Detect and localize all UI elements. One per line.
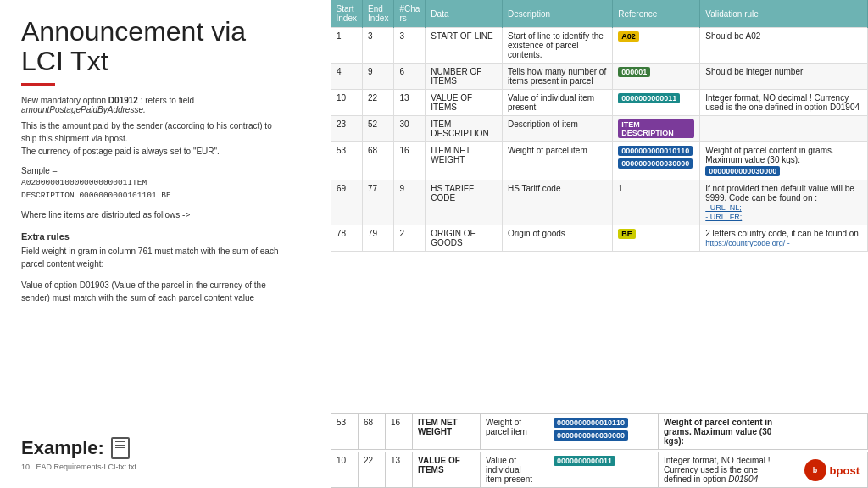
detail-start-2: 10 [331, 452, 359, 488]
table-row: 53 68 16 ITEM NET WEIGHT Weight of parce… [331, 142, 868, 180]
cell-reference: A02 [613, 28, 700, 64]
cell-chars: 9 [394, 180, 426, 225]
cell-start: 69 [331, 180, 363, 225]
ref-chip: ITEM DESCRIPTION [618, 119, 694, 138]
cell-reference: BE [613, 225, 700, 252]
cell-description: Origin of goods [503, 225, 613, 252]
example-title: Example: [21, 429, 309, 459]
cell-description: Value of individual item present [503, 90, 613, 116]
cell-data: NUMBER OF ITEMS [426, 64, 503, 90]
bpost-logo: b bpost [804, 459, 860, 481]
ref-chip: BE [618, 229, 636, 239]
cell-reference: 00000000000101100000000000030000 [613, 142, 700, 180]
ref-chip: A02 [618, 31, 639, 42]
cell-data: ITEM NET WEIGHT [426, 142, 503, 180]
table-row: 23 52 30 ITEM DESCRIPTION Description of… [331, 116, 868, 142]
detail-description-2: Value ofindividualitem present [481, 452, 548, 488]
cell-reference: 0000000000011 [613, 90, 700, 116]
cell-end: 68 [362, 142, 393, 180]
bpost-brand-text: bpost [830, 464, 860, 477]
red-divider [21, 83, 55, 86]
footer-text: 10 EAD Requirements-LCI-txt.txt [21, 463, 309, 471]
table-header-row: StartIndex EndIndex #Chars Data Descript… [331, 0, 868, 28]
col-description: Description [503, 0, 613, 28]
ref-chip: 000001 [618, 67, 650, 77]
link[interactable]: - URL_NL; [705, 203, 742, 212]
sample-code: A020000010000000000001ITEM DESCRIPTION 0… [21, 177, 309, 202]
detail-reference-2: 0000000000011 [548, 452, 659, 488]
col-reference: Reference [613, 0, 700, 28]
description-text: This is the amount paid by the sender (a… [21, 119, 309, 158]
extra-rules-text2: Value of option D01903 (Value of the par… [21, 279, 309, 304]
mandatory-note: New mandatory option D01912 : refers to … [21, 96, 309, 114]
cell-chars: 3 [394, 28, 426, 64]
detail-data: ITEM NETWEIGHT [413, 414, 481, 450]
cell-start: 23 [331, 116, 363, 142]
cell-chars: 2 [394, 225, 426, 252]
ref-chip-blue: 0000000000010110 [554, 418, 628, 428]
detail-validation: Weight of parcel content ingrams. Maximu… [659, 414, 868, 450]
cell-data: VALUE OF ITEMS [426, 90, 503, 116]
detail-section: 53 68 16 ITEM NETWEIGHT Weight ofparcel … [331, 413, 868, 488]
detail-chars: 16 [386, 414, 413, 450]
col-chars: #Chars [394, 0, 426, 28]
bpost-circle-text: b [813, 466, 818, 474]
cell-end: 3 [362, 28, 393, 64]
title-line1: Announcement via [21, 16, 246, 47]
ref-chip: 0000000000010110 [618, 146, 693, 156]
ref-chip-teal-2: 0000000000011 [554, 456, 615, 466]
cell-description: Description of item [503, 116, 613, 142]
cell-validation: 2 letters country code, it can be found … [700, 225, 868, 252]
main-table-wrap: StartIndex EndIndex #Chars Data Descript… [331, 0, 868, 412]
ref-sub-chip: 0000000000030000 [618, 158, 693, 169]
table-row: 10 22 13 VALUE OF ITEMS Value of individ… [331, 90, 868, 116]
detail-reference: 0000000000010110 0000000000030000 [548, 414, 659, 450]
sample-label: Sample – [21, 166, 309, 175]
cell-validation: Should be A02 [700, 28, 868, 64]
col-start-index: StartIndex [331, 0, 363, 28]
cell-start: 4 [331, 64, 363, 90]
where-line: Where line items are distributed as foll… [21, 210, 309, 219]
right-wrapper: StartIndex EndIndex #Chars Data Descript… [331, 0, 868, 488]
detail-description: Weight ofparcel item [481, 414, 548, 450]
cell-reference: 1 [613, 180, 700, 225]
table-row: 4 9 6 NUMBER OF ITEMS Tells how many num… [331, 64, 868, 90]
cell-reference: ITEM DESCRIPTION [613, 116, 700, 142]
cell-description: Start of line to identify the existence … [503, 28, 613, 64]
cell-validation: Integer format, NO decimal ! Currency us… [700, 90, 868, 116]
cell-start: 1 [331, 28, 363, 64]
cell-validation: Weight of parcel content in grams. Maxim… [700, 142, 868, 180]
cell-start: 78 [331, 225, 363, 252]
detail-end-2: 22 [359, 452, 386, 488]
ref-chip: 0000000000011 [618, 93, 680, 103]
cell-data: START OF LINE [426, 28, 503, 64]
col-validation: Validation rule [700, 0, 868, 28]
cell-start: 10 [331, 90, 363, 116]
cell-reference: 000001 [613, 64, 700, 90]
cell-end: 77 [362, 180, 393, 225]
cell-end: 79 [362, 225, 393, 252]
detail-row-value-of-items: 10 22 13 VALUE OFITEMS Value ofindividua… [331, 452, 868, 488]
cell-chars: 13 [394, 90, 426, 116]
detail-end: 68 [359, 414, 386, 450]
bpost-circle: b [804, 459, 826, 481]
ref-plain: 1 [618, 184, 623, 193]
cell-chars: 30 [394, 116, 426, 142]
cell-end: 52 [362, 116, 393, 142]
link[interactable]: - URL_FR; [705, 213, 742, 221]
detail-data-2: VALUE OFITEMS [413, 452, 481, 488]
detail-table-1: 53 68 16 ITEM NETWEIGHT Weight ofparcel … [331, 413, 868, 450]
cell-end: 9 [362, 64, 393, 90]
link[interactable]: https://countrycode.org/ - [705, 239, 790, 247]
cell-data: ORIGIN OF GOODS [426, 225, 503, 252]
cell-data: ITEM DESCRIPTION [426, 116, 503, 142]
cell-description: Tells how many number of items present i… [503, 64, 613, 90]
main-table: StartIndex EndIndex #Chars Data Descript… [331, 0, 868, 252]
cell-description: HS Tariff code [503, 180, 613, 225]
val-sub-chip: 0000000000030000 [705, 166, 780, 176]
title-line2: LCI Txt [21, 46, 108, 76]
table-row: 1 3 3 START OF LINE Start of line to ide… [331, 28, 868, 64]
extra-rules-title: Extra rules [21, 231, 309, 241]
table-row: 69 77 9 HS TARIFF CODE HS Tariff code 1 … [331, 180, 868, 225]
cell-chars: 16 [394, 142, 426, 180]
